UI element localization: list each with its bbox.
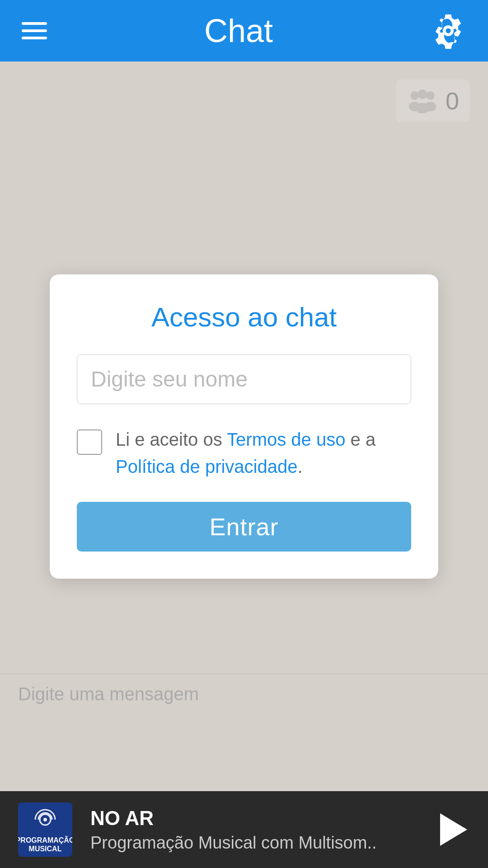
modal-title: Acesso ao chat <box>77 302 411 333</box>
menu-button[interactable] <box>22 22 47 39</box>
svg-point-7 <box>43 818 47 821</box>
privacy-policy-link[interactable]: Política de privacidade <box>116 457 297 476</box>
terms-middle: e a <box>345 429 375 449</box>
terms-prefix: Li e aceito os <box>116 429 227 449</box>
terms-checkbox[interactable] <box>77 429 102 455</box>
page-title: Chat <box>204 12 273 49</box>
terms-text: Li e aceito os Termos de uso e a Polític… <box>116 426 411 480</box>
main-content: 0 Acesso ao chat Li e aceito os Termos d… <box>0 61 488 791</box>
terms-suffix: . <box>297 457 302 476</box>
player-subtitle: Programação Musical com Multisom.. <box>90 833 416 853</box>
name-input[interactable] <box>77 354 411 404</box>
thumbnail-inner: PROGRAMAÇÃO MUSICAL <box>18 802 72 857</box>
enter-button[interactable]: Entrar <box>77 502 411 552</box>
chat-access-modal: Acesso ao chat Li e aceito os Termos de … <box>50 274 438 579</box>
radio-icon <box>32 806 59 833</box>
on-air-label: NO AR <box>90 807 416 830</box>
play-button[interactable] <box>434 811 470 848</box>
terms-of-use-link[interactable]: Termos de uso <box>227 429 345 449</box>
settings-button[interactable] <box>430 13 466 49</box>
app-header: Chat <box>0 0 488 61</box>
message-input-placeholder: Digite uma mensagem <box>18 684 199 704</box>
message-bar: Digite uma mensagem <box>0 674 488 714</box>
play-icon <box>440 813 467 846</box>
thumbnail-label: PROGRAMAÇÃO MUSICAL <box>18 836 72 853</box>
player-bar: PROGRAMAÇÃO MUSICAL NO AR Programação Mu… <box>0 791 488 868</box>
terms-row: Li e aceito os Termos de uso e a Polític… <box>77 426 411 480</box>
player-thumbnail: PROGRAMAÇÃO MUSICAL <box>18 802 72 857</box>
player-info: NO AR Programação Musical com Multisom.. <box>90 807 416 853</box>
